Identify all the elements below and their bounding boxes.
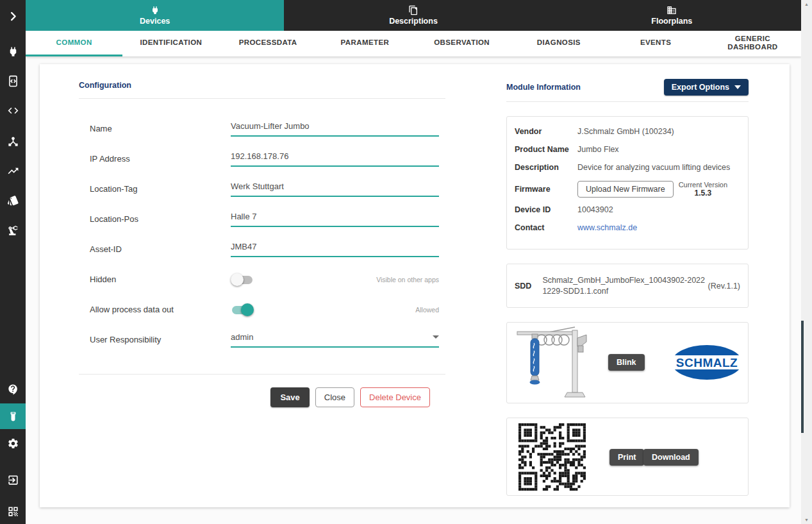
documents-icon (408, 5, 418, 15)
device-id-value: 10043902 (577, 205, 613, 215)
left-sidebar (0, 0, 26, 524)
contact-row: Contact www.schmalz.de (515, 223, 740, 233)
user-responsibility-label: User Responsibility (90, 335, 231, 344)
subtab-generic-dashboard[interactable]: GENERIC DASHBOARD (704, 31, 801, 56)
configuration-form: Name Vacuum-Lifter Jumbo IP Address 192.… (79, 114, 445, 355)
qr-card: Print Download (506, 418, 749, 496)
hidden-hint: Visible on other apps (376, 276, 439, 283)
contact-link[interactable]: www.schmalz.de (577, 223, 637, 233)
device-info-card: Vendor J.Schmalz GmbH (100234) Product N… (506, 116, 749, 249)
ip-address-input[interactable]: 192.168.178.76 (231, 151, 439, 167)
vendor-row: Vendor J.Schmalz GmbH (100234) (515, 127, 740, 137)
module-information-title: Module Information (506, 83, 581, 92)
tab-descriptions[interactable]: Descriptions (284, 0, 542, 31)
schmalz-logo: SCHMALZ (671, 343, 743, 382)
product-name-value: Jumbo Flex (577, 145, 619, 155)
device-subtab-bar: COMMON IDENTIFICATION PROCESSDATA PARAME… (26, 31, 801, 56)
location-tag-input[interactable]: Werk Stuttgart (231, 182, 439, 197)
labels-icon[interactable] (0, 187, 26, 213)
form-row-user-responsibility: User Responsibility admin (90, 325, 445, 355)
sdd-revision: (Rev.1.1) (708, 282, 740, 291)
subtab-parameter[interactable]: PARAMETER (317, 31, 413, 56)
tab-floorplans-label: Floorplans (651, 17, 692, 26)
qr-code-image (518, 423, 586, 491)
asset-id-label: Asset-ID (90, 244, 231, 254)
divider (506, 101, 749, 102)
upload-firmware-button[interactable]: Upload New Firmware (577, 181, 674, 198)
sdd-card: SDD Schmalz_GmbH_JumboFlex_10043902-2022… (506, 264, 749, 308)
device-image-card: Blink SCHMALZ (506, 322, 749, 403)
configuration-title: Configuration (79, 81, 445, 90)
help-icon[interactable] (0, 376, 26, 402)
process-data-out-toggle[interactable] (231, 303, 254, 316)
qr-scanner-icon[interactable] (0, 498, 26, 524)
settings-gear-icon[interactable] (0, 430, 26, 456)
user-responsibility-select[interactable]: admin (231, 332, 439, 348)
content-card: Configuration Name Vacuum-Lifter Jumbo I… (40, 64, 790, 507)
asset-id-input[interactable]: JMB47 (231, 242, 439, 257)
location-tag-label: Location-Tag (90, 184, 231, 194)
form-row-process-data-out: Allow process data out Allowed (90, 294, 445, 325)
logout-icon[interactable] (0, 467, 26, 493)
tab-descriptions-label: Descriptions (389, 17, 438, 26)
form-row-asset-id: Asset-ID JMB47 (90, 234, 445, 264)
subtab-events[interactable]: EVENTS (608, 31, 704, 56)
ip-address-label: IP Address (90, 154, 231, 164)
export-options-button[interactable]: Export Options (664, 79, 749, 96)
product-name-row: Product Name Jumbo Flex (515, 145, 740, 155)
devices-plug-icon[interactable] (0, 38, 26, 64)
firmware-row: Firmware Upload New Firmware Current Ver… (515, 181, 740, 198)
hidden-toggle[interactable] (231, 273, 254, 286)
location-pos-input[interactable]: Halle 7 (231, 212, 439, 227)
schmalz-logo-text: SCHMALZ (676, 356, 738, 369)
device-id-row: Device ID 10043902 (515, 205, 740, 215)
form-row-location-tag: Location-Tag Werk Stuttgart (90, 174, 445, 204)
subtab-processdata[interactable]: PROCESSDATA (220, 31, 317, 56)
location-pos-label: Location-Pos (90, 214, 231, 224)
configuration-section: Configuration Name Vacuum-Lifter Jumbo I… (79, 81, 445, 407)
form-actions: Save Close Delete Device (79, 387, 445, 407)
blink-button[interactable]: Blink (608, 354, 645, 371)
tab-devices[interactable]: Devices (26, 0, 284, 31)
delete-device-button[interactable]: Delete Device (360, 387, 430, 407)
code-icon[interactable] (0, 97, 26, 123)
expand-sidebar-icon[interactable] (0, 3, 26, 29)
gripper-icon[interactable] (0, 403, 26, 429)
subtab-diagnosis[interactable]: DIAGNOSIS (510, 31, 607, 56)
user-responsibility-value: admin (231, 332, 253, 342)
plug-icon (150, 5, 160, 15)
scrollbar-thumb[interactable] (801, 321, 804, 433)
robot-arm-icon[interactable] (0, 217, 26, 243)
description-row: Description Device for analyzing vacuum … (515, 163, 740, 173)
divider (79, 374, 445, 375)
vendor-value: J.Schmalz GmbH (100234) (577, 127, 674, 137)
device-hub-icon[interactable] (0, 128, 26, 154)
scroll-down-arrow-icon[interactable]: ▼ (801, 518, 812, 522)
firmware-version-number: 1.5.3 (679, 189, 727, 198)
vertical-scrollbar[interactable]: ▲ ▼ (801, 0, 812, 524)
subtab-observation[interactable]: OBSERVATION (413, 31, 510, 56)
firmware-version: Current Version 1.5.3 (679, 181, 727, 198)
sdd-label: SDD (515, 282, 531, 291)
print-button[interactable]: Print (609, 449, 644, 466)
top-tab-bar: Devices Descriptions Floorplans (26, 0, 801, 31)
subtab-identification[interactable]: IDENTIFICATION (122, 31, 219, 56)
vacuum-lifter-illustration (512, 325, 608, 401)
tab-floorplans[interactable]: Floorplans (543, 0, 801, 31)
analytics-trend-icon[interactable] (0, 158, 26, 183)
chevron-down-icon (433, 335, 439, 339)
module-information-section: Module Information Export Options Vendor… (506, 79, 749, 496)
form-row-ip: IP Address 192.168.178.76 (90, 144, 445, 174)
form-row-hidden: Hidden Visible on other apps (90, 264, 445, 294)
subtab-common[interactable]: COMMON (26, 31, 122, 56)
form-row-name: Name Vacuum-Lifter Jumbo (90, 114, 445, 144)
close-button[interactable]: Close (315, 387, 354, 407)
form-row-location-pos: Location-Pos Halle 7 (90, 204, 445, 234)
device-parameters-icon[interactable] (0, 68, 26, 94)
save-button[interactable]: Save (270, 387, 309, 407)
scroll-up-arrow-icon[interactable]: ▲ (801, 2, 812, 6)
name-input[interactable]: Vacuum-Lifter Jumbo (231, 121, 439, 137)
download-button[interactable]: Download (643, 449, 699, 466)
name-label: Name (90, 124, 231, 133)
hidden-label: Hidden (90, 275, 231, 284)
